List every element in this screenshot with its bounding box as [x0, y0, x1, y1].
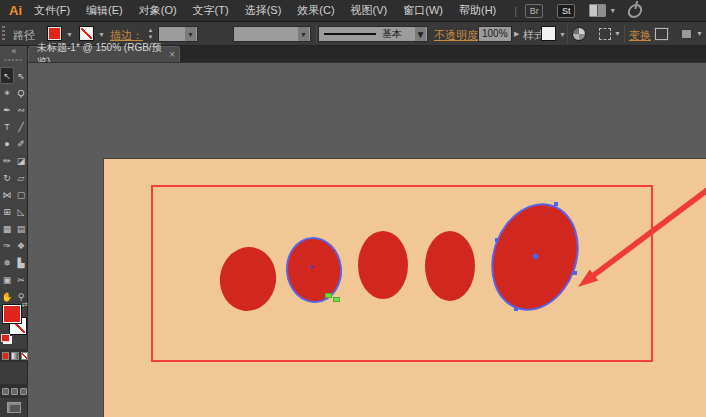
selection-center-cross: ×	[309, 263, 314, 272]
pen-tool[interactable]: ✒	[0, 101, 14, 118]
menu-item-0[interactable]: 文件(F)	[34, 3, 70, 18]
width-tool[interactable]: ⋈	[0, 186, 14, 203]
stroke-dropdown-icon[interactable]: ▼	[98, 31, 105, 38]
type-tool[interactable]: T	[0, 118, 14, 135]
stroke-color-swatch[interactable]	[79, 26, 94, 41]
smart-guide-mark	[333, 297, 340, 302]
red-ellipse-3[interactable]	[358, 231, 408, 299]
stepper-up-icon[interactable]: ▲	[146, 27, 155, 34]
transform-panel-link[interactable]: 变换	[629, 28, 651, 43]
menu-item-1[interactable]: 编辑(E)	[86, 3, 123, 18]
color-type-row	[0, 349, 28, 362]
fill-dropdown-icon[interactable]: ▼	[66, 31, 73, 38]
menu-item-5[interactable]: 效果(C)	[297, 3, 334, 18]
rotate-tool[interactable]: ↻	[0, 169, 14, 186]
brush-definition-select[interactable]: 基本 ▼	[318, 26, 428, 42]
fill-color-swatch[interactable]	[47, 26, 62, 41]
opacity-stepper-icon[interactable]: ▶	[514, 30, 519, 38]
context-label: 路径	[13, 28, 35, 43]
workspace-switcher-icon[interactable]	[589, 4, 606, 17]
document-tab[interactable]: 未标题-1* @ 150% (RGB/预览) ×	[28, 46, 180, 62]
eyedropper-tool[interactable]: ✑	[0, 237, 14, 254]
magic-wand-tool[interactable]: ✶	[0, 84, 14, 101]
anchor-point[interactable]	[514, 307, 518, 311]
none-button[interactable]	[21, 352, 28, 360]
cs-live-icon[interactable]	[627, 4, 644, 18]
menubar-separator: |	[514, 5, 517, 17]
draw-inside-icon[interactable]	[20, 388, 27, 395]
brush-stroke-preview	[324, 33, 376, 35]
stock-button[interactable]: St	[557, 4, 575, 18]
separator	[567, 25, 568, 43]
stroke-weight-select[interactable]: ▼	[158, 26, 198, 42]
document-canvas[interactable]: ×	[28, 62, 706, 417]
slice-tool[interactable]: ✂	[14, 271, 28, 288]
screen-mode-icon[interactable]	[7, 402, 21, 413]
drawing-modes-row	[0, 384, 28, 398]
menu-items: 文件(F)编辑(E)对象(O)文字(T)选择(S)效果(C)视图(V)窗口(W)…	[34, 3, 512, 18]
isolate-selection-icon[interactable]	[655, 28, 668, 40]
variable-width-dropdown-icon[interactable]: ▼	[298, 27, 309, 41]
fill-proxy-swatch[interactable]	[2, 304, 22, 324]
align-icon[interactable]	[599, 28, 611, 40]
paintbrush-tool[interactable]: ✐	[14, 135, 28, 152]
align-dropdown-icon[interactable]: ▼	[614, 30, 621, 37]
shape-options-dropdown-icon[interactable]: ▼	[696, 30, 703, 37]
color-button[interactable]	[2, 352, 9, 360]
bridge-button[interactable]: Br	[525, 4, 543, 18]
artboard-tool[interactable]: ▣	[0, 271, 14, 288]
style-swatch[interactable]	[541, 26, 556, 41]
stroke-weight-dropdown-icon[interactable]: ▼	[185, 27, 196, 41]
tools-panel-grip[interactable]: •••••	[4, 55, 23, 64]
direct-selection-tool[interactable]: ⇖	[14, 67, 28, 84]
menu-item-2[interactable]: 对象(O)	[139, 3, 177, 18]
shape-builder-tool[interactable]: ⊞	[0, 203, 14, 220]
menu-item-6[interactable]: 视图(V)	[351, 3, 388, 18]
pencil-tool[interactable]: ✏	[0, 152, 14, 169]
draw-normal-icon[interactable]	[2, 388, 9, 395]
menu-bar: Ai 文件(F)编辑(E)对象(O)文字(T)选择(S)效果(C)视图(V)窗口…	[0, 0, 706, 22]
free-transform-tool[interactable]: ▢	[14, 186, 28, 203]
brush-dropdown-icon[interactable]: ▼	[415, 27, 426, 41]
line-segment-tool[interactable]: ╱	[14, 118, 28, 135]
draw-behind-icon[interactable]	[11, 388, 18, 395]
fill-stroke-controls: ⇄	[0, 304, 28, 346]
style-dropdown-icon[interactable]: ▼	[559, 31, 566, 38]
blend-tool[interactable]: ❖	[14, 237, 28, 254]
symbol-sprayer-tool[interactable]: ✵	[0, 254, 14, 271]
separator	[316, 25, 317, 43]
menu-item-4[interactable]: 选择(S)	[245, 3, 282, 18]
variable-width-select[interactable]: ▼	[233, 26, 311, 42]
menu-item-3[interactable]: 文字(T)	[193, 3, 229, 18]
selection-tool[interactable]: ↖	[0, 67, 14, 84]
default-fill-stroke-icon[interactable]	[1, 334, 10, 342]
hand-tool[interactable]: ✋	[0, 288, 14, 305]
anchor-center-point[interactable]	[533, 254, 538, 259]
column-graph-tool[interactable]: ▙	[14, 254, 28, 271]
panel-grip[interactable]	[2, 26, 5, 42]
brush-definition-value: 基本	[382, 27, 402, 41]
ellipse-tool[interactable]: ●	[0, 135, 14, 152]
scale-tool[interactable]: ▱	[14, 169, 28, 186]
blob-brush-tool[interactable]: ∾	[14, 101, 28, 118]
tools-panel: « ••••• ↖⇖✶Ϙ✒∾T╱●✐✏◪↻▱⋈▢⊞◺▦▤✑❖✵▙▣✂✋⚲ ⇄	[0, 46, 28, 417]
eraser-tool[interactable]: ◪	[14, 152, 28, 169]
opacity-input[interactable]: 100%	[478, 26, 512, 42]
gradient-tool[interactable]: ▤	[14, 220, 28, 237]
perspective-grid-tool[interactable]: ◺	[14, 203, 28, 220]
menu-item-7[interactable]: 窗口(W)	[403, 3, 443, 18]
recolor-artwork-icon[interactable]	[572, 27, 586, 41]
swap-fill-stroke-icon[interactable]: ⇄	[22, 301, 28, 309]
anchor-point[interactable]	[554, 202, 558, 206]
tab-close-icon[interactable]: ×	[169, 49, 175, 60]
gradient-button[interactable]	[11, 352, 18, 360]
separator	[624, 25, 625, 43]
lasso-tool[interactable]: Ϙ	[14, 84, 28, 101]
shape-options-icon[interactable]	[681, 29, 692, 39]
anchor-point[interactable]	[495, 238, 499, 242]
anchor-point[interactable]	[573, 271, 577, 275]
menu-item-8[interactable]: 帮助(H)	[459, 3, 496, 18]
red-ellipse-4[interactable]	[425, 231, 475, 301]
workspace-dropdown-icon[interactable]: ▼	[609, 7, 616, 14]
mesh-tool[interactable]: ▦	[0, 220, 14, 237]
